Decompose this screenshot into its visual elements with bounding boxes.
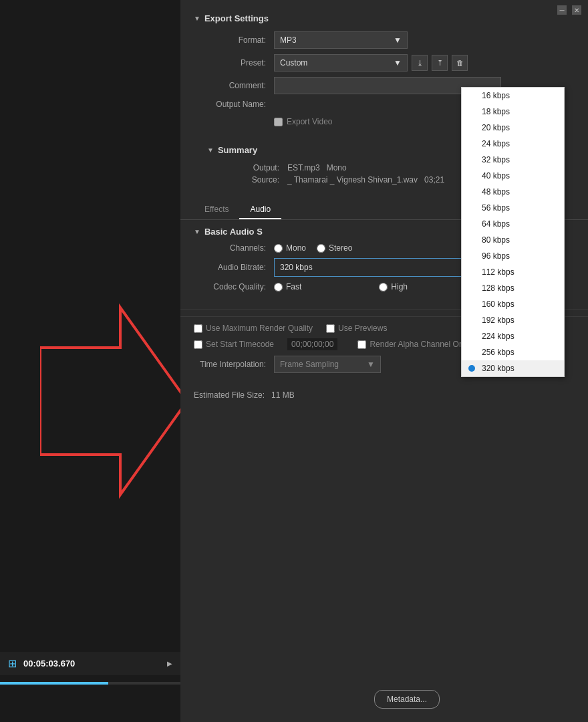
timeline-icon: ⊞ <box>8 657 17 670</box>
time-interpolation-chevron-icon: ▼ <box>367 360 375 369</box>
preset-delete-button[interactable]: 🗑 <box>452 55 468 71</box>
preset-control-group: Custom ▼ ⤓ ⤒ 🗑 <box>274 54 468 72</box>
stereo-radio[interactable] <box>317 244 325 253</box>
dropdown-item[interactable]: 20 kbps <box>462 120 564 136</box>
timeline-progress-fill <box>0 682 108 685</box>
preset-chevron-icon: ▼ <box>394 58 402 68</box>
summary-output-label: Output: <box>207 163 287 172</box>
format-value: MP3 <box>280 35 297 45</box>
metadata-button[interactable]: Metadata... <box>374 690 440 709</box>
bitrate-dropdown: 16 kbps18 kbps20 kbps24 kbps32 kbps40 kb… <box>461 87 565 377</box>
dropdown-item[interactable]: 96 kbps <box>462 248 564 264</box>
export-video-checkbox-row: Export Video <box>274 114 333 129</box>
dropdown-item[interactable]: 128 kbps <box>462 280 564 296</box>
preset-save-button[interactable]: ⤓ <box>412 55 428 71</box>
dropdown-item[interactable]: 224 kbps <box>462 328 564 344</box>
time-interpolation-label: Time Interpolation: <box>194 360 274 369</box>
high-radio[interactable] <box>379 283 388 291</box>
chevron-icon: ▼ <box>194 15 200 22</box>
footer-buttons: Metadata... OK Cancel <box>361 690 588 709</box>
mono-radio[interactable] <box>274 244 283 253</box>
dropdown-item[interactable]: 64 kbps <box>462 216 564 232</box>
time-interpolation-select[interactable]: Frame Sampling ▼ <box>274 356 381 373</box>
max-render-item: Use Maximum Render Quality <box>194 324 313 333</box>
preset-import-button[interactable]: ⤒ <box>432 55 448 71</box>
dropdown-item[interactable]: 160 kbps <box>462 296 564 312</box>
main-panel: ─ ✕ ▼ Export Settings Format: MP3 ▼ Pres… <box>180 0 588 722</box>
preset-row: Preset: Custom ▼ ⤓ ⤒ 🗑 <box>194 54 575 72</box>
timeline-time: 00:05:03.670 <box>23 658 75 669</box>
use-previews-checkbox[interactable] <box>326 324 335 333</box>
summary-source-label: Source: <box>207 175 287 185</box>
set-start-timecode-checkbox[interactable] <box>194 340 202 349</box>
codec-quality-label: Codec Quality: <box>194 282 274 291</box>
summary-output-value: EST.mp3 Mono <box>287 163 347 172</box>
close-button[interactable]: ✕ <box>572 5 581 15</box>
fast-radio[interactable] <box>274 283 283 291</box>
render-alpha-item: Render Alpha Channel Only <box>357 340 469 349</box>
dropdown-item[interactable]: 18 kbps <box>462 104 564 120</box>
fast-radio-item: Fast <box>274 282 301 291</box>
use-previews-label: Use Previews <box>338 324 387 333</box>
format-chevron-icon: ▼ <box>394 35 402 45</box>
summary-chevron-icon: ▼ <box>207 146 214 154</box>
estimated-size-value: 11 MB <box>271 390 295 400</box>
output-name-label: Output Name: <box>194 100 274 109</box>
channels-radio-group: Mono Stereo <box>274 243 352 253</box>
max-render-checkbox[interactable] <box>194 324 202 333</box>
dropdown-item[interactable]: 40 kbps <box>462 168 564 184</box>
svg-marker-0 <box>40 308 187 495</box>
codec-quality-group: Fast High <box>274 282 408 291</box>
stereo-radio-item: Stereo <box>317 243 352 253</box>
dropdown-item[interactable]: 16 kbps <box>462 88 564 104</box>
arrow-annotation <box>40 294 187 548</box>
tab-effects[interactable]: Effects <box>194 201 239 219</box>
fast-label: Fast <box>286 282 301 291</box>
render-alpha-checkbox[interactable] <box>357 340 366 349</box>
format-row: Format: MP3 ▼ <box>194 31 575 49</box>
preset-label: Preset: <box>194 58 274 68</box>
mono-radio-item: Mono <box>274 243 306 253</box>
mono-label: Mono <box>286 243 306 253</box>
format-select[interactable]: MP3 ▼ <box>274 31 408 49</box>
set-start-timecode-item: Set Start Timecode <box>194 340 274 349</box>
dropdown-item[interactable]: 192 kbps <box>462 312 564 328</box>
dropdown-item[interactable]: 320 kbps <box>462 360 564 376</box>
basic-audio-title: Basic Audio S <box>204 227 263 237</box>
summary-title: Summary <box>218 145 257 155</box>
timeline-bar: ⊞ 00:05:03.670 ▶ <box>0 652 180 675</box>
summary-source-value: _ Thamarai _ Vignesh Shivan_1.wav 03;21 <box>287 175 444 185</box>
dropdown-item[interactable]: 24 kbps <box>462 136 564 152</box>
high-radio-item: High <box>379 282 408 291</box>
bitrate-label: Audio Bitrate: <box>194 263 274 272</box>
section-header: ▼ Export Settings <box>194 13 575 23</box>
use-previews-item: Use Previews <box>326 324 387 333</box>
timeline-progress-bar <box>0 682 180 685</box>
tab-audio[interactable]: Audio <box>239 201 281 219</box>
format-label: Format: <box>194 35 274 45</box>
dropdown-item[interactable]: 80 kbps <box>462 232 564 248</box>
channels-label: Channels: <box>194 243 274 253</box>
bitrate-value: 320 kbps <box>280 263 313 272</box>
format-control: MP3 ▼ <box>274 31 575 49</box>
time-interpolation-value: Frame Sampling <box>280 360 339 369</box>
dropdown-item[interactable]: 48 kbps <box>462 184 564 200</box>
left-panel: ⊞ 00:05:03.670 ▶ <box>0 0 180 722</box>
preset-value: Custom <box>280 58 307 68</box>
stereo-label: Stereo <box>329 243 352 253</box>
high-label: High <box>391 282 408 291</box>
export-video-label: Export Video <box>287 117 333 126</box>
basic-audio-chevron-icon: ▼ <box>194 228 200 235</box>
render-alpha-label: Render Alpha Channel Only <box>370 340 469 349</box>
dropdown-item[interactable]: 112 kbps <box>462 264 564 280</box>
dropdown-item[interactable]: 256 kbps <box>462 344 564 360</box>
export-video-checkbox[interactable] <box>274 118 283 126</box>
minimize-button[interactable]: ─ <box>557 5 567 15</box>
section-title: Export Settings <box>204 13 269 23</box>
set-start-timecode-label: Set Start Timecode <box>206 340 274 349</box>
timeline-cursor-icon: ▶ <box>167 660 172 667</box>
dropdown-item[interactable]: 32 kbps <box>462 152 564 168</box>
preset-select[interactable]: Custom ▼ <box>274 54 408 72</box>
dropdown-item[interactable]: 56 kbps <box>462 200 564 216</box>
window-controls: ─ ✕ <box>557 5 581 15</box>
